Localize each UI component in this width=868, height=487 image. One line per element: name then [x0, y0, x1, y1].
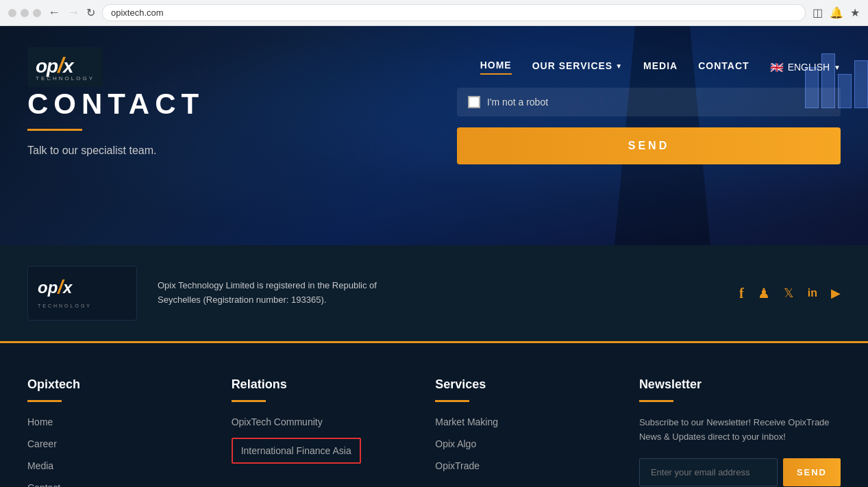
list-item: Media: [27, 460, 204, 472]
col-underline-3: [435, 400, 469, 402]
footer-logo-sub: TECHNOLOGY: [38, 303, 92, 308]
recaptcha-label: I'm not a robot: [487, 97, 548, 108]
list-item: Opix Algo: [435, 438, 612, 450]
chevron-down-icon: ▼: [615, 62, 623, 70]
link-international-finance-asia[interactable]: International Finance Asia: [241, 445, 351, 456]
link-career[interactable]: Career: [27, 438, 57, 449]
footer-bottom: Opixtech Home Career Media Contact Relat…: [0, 343, 868, 487]
youtube-icon[interactable]: ▶: [831, 286, 841, 301]
linkedin-icon[interactable]: in: [808, 287, 817, 299]
hero-underline: [27, 129, 82, 131]
browser-dot-1: [8, 9, 16, 17]
browser-dots: [8, 9, 41, 17]
navbar: op/x TECHNOLOGY HOME OUR SERVICES ▼ MEDI…: [0, 47, 868, 88]
list-item-highlighted: International Finance Asia: [232, 438, 361, 464]
logo-area: op/x TECHNOLOGY: [27, 47, 103, 87]
col-relations-heading: Relations: [232, 377, 408, 392]
newsletter-email-input[interactable]: [639, 458, 778, 486]
flag-icon: 🇬🇧: [770, 61, 784, 74]
social-icons: f ♟ 𝕏 in ▶: [739, 285, 841, 301]
link-market-making[interactable]: Market Making: [435, 416, 498, 427]
refresh-button[interactable]: ↻: [86, 6, 95, 19]
col-underline-4: [639, 400, 673, 402]
hero-right: I'm not a robot SEND: [457, 88, 841, 164]
footer-col-opixtech: Opixtech Home Career Media Contact: [27, 377, 204, 487]
col-relations-links: OpixTech Community International Finance…: [232, 416, 408, 473]
list-item: Market Making: [435, 416, 612, 428]
logo: op/x TECHNOLOGY: [36, 53, 95, 82]
bookmark-icon[interactable]: ★: [850, 6, 860, 19]
forward-button[interactable]: →: [67, 5, 79, 20]
list-item: Contact: [27, 482, 204, 487]
extensions-icon[interactable]: ◫: [813, 6, 823, 19]
link-home[interactable]: Home: [27, 416, 53, 427]
link-opixtech-community[interactable]: OpixTech Community: [232, 416, 323, 427]
footer-col-relations: Relations OpixTech Community Internation…: [232, 377, 408, 487]
col-services-heading: Services: [435, 377, 612, 392]
col-underline-2: [232, 400, 266, 402]
browser-chrome: ← → ↻ opixtech.com ◫ 🔔 ★: [0, 0, 868, 26]
browser-dot-2: [21, 9, 29, 17]
col-newsletter-heading: Newsletter: [639, 377, 841, 392]
footer-logo-box: op/x TECHNOLOGY: [27, 266, 137, 321]
footer-logo-text: op/x: [38, 278, 72, 297]
footer-col-services: Services Market Making Opix Algo OpixTra…: [435, 377, 612, 487]
col-services-links: Market Making Opix Algo OpixTrade: [435, 416, 612, 472]
footer-logo: op/x TECHNOLOGY: [38, 276, 127, 310]
link-contact[interactable]: Contact: [27, 482, 60, 487]
hero-subtitle: Talk to our specialist team.: [27, 145, 204, 157]
nav-home[interactable]: HOME: [480, 60, 512, 75]
link-media[interactable]: Media: [27, 460, 53, 471]
col-opixtech-heading: Opixtech: [27, 377, 204, 392]
nav-links: HOME OUR SERVICES ▼ MEDIA CONTACT 🇬🇧 ENG…: [480, 60, 841, 75]
newsletter-description: Subscribe to our Newsletter! Receive Opi…: [639, 416, 841, 445]
facebook-icon[interactable]: f: [739, 286, 744, 301]
recaptcha-row: I'm not a robot: [457, 88, 841, 116]
list-item: Home: [27, 416, 204, 428]
mute-icon[interactable]: 🔔: [830, 6, 843, 19]
list-item: OpixTrade: [435, 460, 612, 472]
hero-left: CONTACT Talk to our specialist team.: [27, 88, 204, 157]
nav-contact[interactable]: CONTACT: [698, 60, 749, 74]
col-opixtech-links: Home Career Media Contact: [27, 416, 204, 487]
footer-col-newsletter: Newsletter Subscribe to our Newsletter! …: [639, 377, 841, 487]
logo-sub: TECHNOLOGY: [36, 75, 95, 82]
logo-box: op/x TECHNOLOGY: [27, 47, 103, 87]
list-item: OpixTech Community: [232, 416, 408, 428]
back-button[interactable]: ←: [48, 5, 60, 20]
list-item: Career: [27, 438, 204, 450]
instagram-icon[interactable]: ♟: [758, 285, 770, 301]
nav-services[interactable]: OUR SERVICES ▼: [532, 60, 623, 74]
address-bar[interactable]: opixtech.com: [102, 4, 806, 21]
browser-toolbar: ◫ 🔔 ★: [813, 6, 860, 19]
link-opix-algo[interactable]: Opix Algo: [435, 438, 476, 449]
send-button[interactable]: SEND: [457, 127, 841, 164]
hero-title: CONTACT: [27, 88, 204, 121]
twitter-icon[interactable]: 𝕏: [784, 286, 794, 301]
nav-media[interactable]: MEDIA: [643, 60, 678, 74]
browser-dot-3: [33, 9, 41, 17]
link-opixtrade[interactable]: OpixTrade: [435, 460, 480, 471]
footer-logo-area: op/x TECHNOLOGY Opix Technology Limited …: [27, 266, 418, 321]
footer-top: op/x TECHNOLOGY Opix Technology Limited …: [0, 245, 868, 343]
nav-language[interactable]: 🇬🇧 ENGLISH ▼: [770, 61, 841, 74]
recaptcha-checkbox[interactable]: [468, 96, 480, 108]
chevron-down-icon-lang: ▼: [834, 64, 841, 71]
footer-description: Opix Technology Limited is registered in…: [158, 279, 418, 308]
newsletter-form: SEND: [639, 458, 841, 486]
logo-text: op/x: [36, 55, 73, 77]
newsletter-send-button[interactable]: SEND: [783, 458, 841, 486]
col-underline-1: [27, 400, 62, 402]
footer-columns: Opixtech Home Career Media Contact Relat…: [27, 377, 841, 487]
